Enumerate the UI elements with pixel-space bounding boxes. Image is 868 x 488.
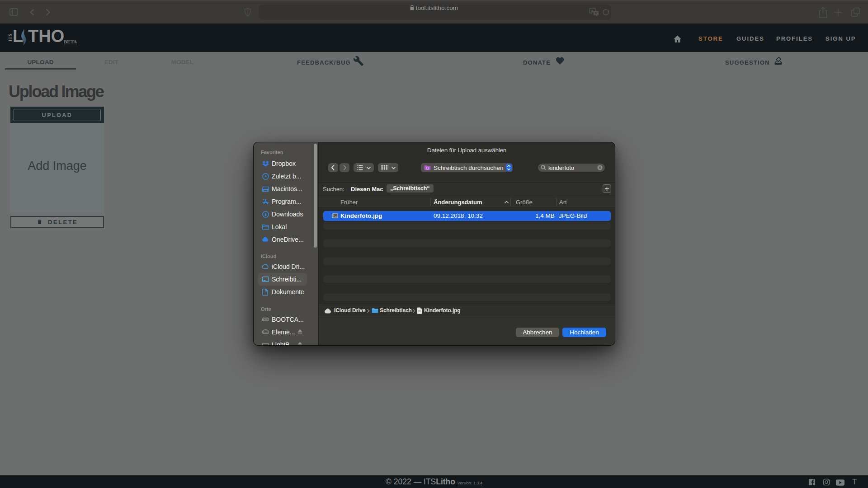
svg-text:A: A	[591, 9, 594, 13]
